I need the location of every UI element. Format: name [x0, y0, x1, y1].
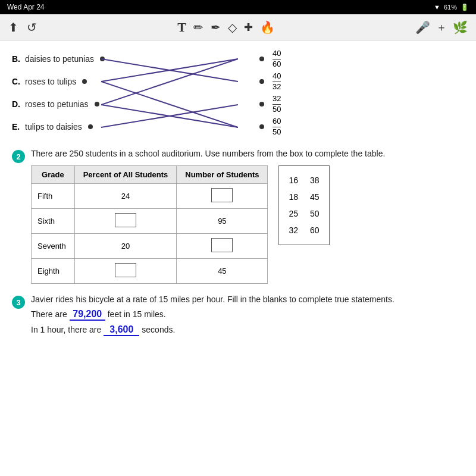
col-header-grade: Grade [32, 166, 75, 184]
fraction-1: 40 60 [273, 49, 281, 68]
choice-16: 16 [289, 172, 298, 189]
text-tool-icon[interactable]: T [177, 20, 186, 35]
frac-row-3: 32 50 [259, 93, 281, 115]
matching-section: B. daisies to petunias C. roses to tulip… [12, 48, 464, 138]
svg-line-1 [101, 59, 238, 82]
choice-60: 60 [310, 222, 320, 239]
grade-eighth: Eighth [32, 259, 75, 284]
question-3-number: 3 [12, 296, 25, 309]
add-tool-icon[interactable]: ✚ [244, 21, 253, 34]
col-header-percent: Percent of All Students [74, 166, 177, 184]
fill-answer-2[interactable]: 3,600 [104, 324, 139, 336]
match-row-b: B. daisies to petunias [12, 48, 105, 70]
fill-label-2b: seconds. [142, 325, 175, 334]
choice-45: 45 [310, 189, 320, 205]
question-2-content: There are 250 students in a school audit… [31, 149, 464, 284]
shape-tool-icon[interactable]: ◇ [228, 20, 237, 35]
match-letter-d: D. [12, 99, 21, 109]
fill-answer-1[interactable]: 79,200 [70, 309, 105, 321]
number-box-row-4: 32 60 [289, 222, 319, 239]
svg-line-5 [101, 59, 238, 105]
choice-38: 38 [310, 172, 320, 189]
toolbar-center: T ✏ ✒ ◇ ✚ 🔥 [177, 20, 275, 35]
question-3-fill-1: There are 79,200 feet in 15 miles. [31, 309, 464, 321]
wifi-icon: ▼ [434, 4, 440, 11]
match-letter-e: E. [12, 122, 21, 131]
table-row-fifth: Fifth 24 [32, 184, 268, 209]
answer-box-seventh[interactable] [211, 238, 233, 252]
match-text-e: tulips to daisies [25, 122, 82, 131]
matching-left-labels: B. daisies to petunias C. roses to tulip… [12, 48, 105, 138]
question-2-block: 2 There are 250 students in a school aud… [12, 149, 464, 284]
matching-lines-svg [101, 48, 238, 143]
question-2-instruction: There are 250 students in a school audit… [31, 149, 464, 158]
fill-label-1a: There are [31, 309, 67, 319]
toolbar: ⬆ ↺ T ✏ ✒ ◇ ✚ 🔥 🎤 ＋ 🌿 [0, 14, 476, 40]
number-choice-box: 16 38 18 45 25 50 32 60 [278, 165, 329, 245]
answer-box-eighth-percent[interactable] [115, 263, 136, 277]
share-icon[interactable]: ⬆ [8, 20, 18, 35]
number-box-row-3: 25 50 [289, 205, 319, 222]
table-area: Grade Percent of All Students Number of … [31, 165, 464, 284]
number-seventh [177, 234, 268, 259]
match-row-e: E. tulips to daisies [12, 115, 105, 138]
percent-fifth: 24 [74, 184, 177, 209]
more-icon[interactable]: 🌿 [453, 20, 468, 35]
content-area: B. daisies to petunias C. roses to tulip… [0, 40, 476, 476]
table-row-eighth: Eighth 45 [32, 259, 268, 284]
grade-sixth: Sixth [32, 209, 75, 234]
fraction-3: 32 50 [273, 95, 281, 114]
number-eighth: 45 [177, 259, 268, 284]
frac-dot-4 [259, 124, 264, 129]
match-dot-d [95, 102, 99, 107]
table-row-seventh: Seventh 20 [32, 234, 268, 259]
status-right: ▼ 61% 🔋 [434, 4, 469, 11]
question-3-fill-2: In 1 hour, there are 3,600 seconds. [31, 324, 464, 336]
pencil-tool-icon[interactable]: ✒ [211, 20, 221, 35]
match-dot-b [100, 57, 105, 61]
toolbar-left: ⬆ ↺ [8, 20, 37, 35]
table-row-sixth: Sixth 95 [32, 209, 268, 234]
pen-tool-icon[interactable]: ✏ [193, 20, 203, 35]
fraction-4: 60 50 [273, 117, 281, 136]
svg-line-2 [101, 105, 238, 127]
frac-row-1: 40 60 [259, 48, 281, 70]
grade-table: Grade Percent of All Students Number of … [31, 165, 268, 284]
choice-32: 32 [289, 222, 298, 239]
question-3-content: Javier rides his bicycle at a rate of 15… [31, 295, 464, 340]
add-page-icon[interactable]: ＋ [436, 20, 447, 35]
number-sixth: 95 [177, 209, 268, 234]
match-row-c: C. roses to tulips [12, 70, 105, 93]
undo-icon[interactable]: ↺ [27, 20, 37, 35]
answer-box-fifth[interactable] [211, 188, 233, 202]
marker-tool-icon[interactable]: 🔥 [260, 20, 275, 35]
fill-label-1b: feet in 15 miles. [108, 309, 166, 319]
answer-box-sixth-percent[interactable] [115, 213, 136, 227]
match-letter-b: B. [12, 54, 21, 64]
match-row-d: D. roses to petunias [12, 93, 105, 115]
frac-dot-2 [259, 79, 264, 84]
match-dot-e [88, 124, 93, 129]
grade-seventh: Seventh [32, 234, 75, 259]
svg-line-3 [101, 105, 238, 127]
match-dot-c [82, 79, 87, 84]
frac-dot-1 [259, 57, 264, 61]
percent-seventh: 20 [74, 234, 177, 259]
number-box-row-1: 16 38 [289, 172, 319, 189]
choice-18: 18 [289, 189, 298, 205]
match-text-d: roses to petunias [25, 99, 89, 109]
frac-row-4: 60 50 [259, 115, 281, 138]
question-3-instruction: Javier rides his bicycle at a rate of 15… [31, 295, 464, 304]
time-display: Wed Apr 24 [7, 3, 44, 11]
choice-50: 50 [310, 205, 320, 222]
mic-icon[interactable]: 🎤 [415, 20, 430, 35]
battery-icon: 🔋 [461, 4, 469, 11]
question-2-number: 2 [12, 150, 25, 163]
frac-dot-3 [259, 102, 264, 107]
match-text-b: daisies to petunias [25, 54, 94, 64]
fill-label-2a: In 1 hour, there are [31, 325, 101, 334]
toolbar-right: 🎤 ＋ 🌿 [415, 20, 468, 35]
frac-row-2: 40 32 [259, 70, 281, 93]
status-left: Wed Apr 24 [7, 3, 44, 11]
matching-right-fractions: 40 60 40 32 32 [259, 48, 281, 138]
